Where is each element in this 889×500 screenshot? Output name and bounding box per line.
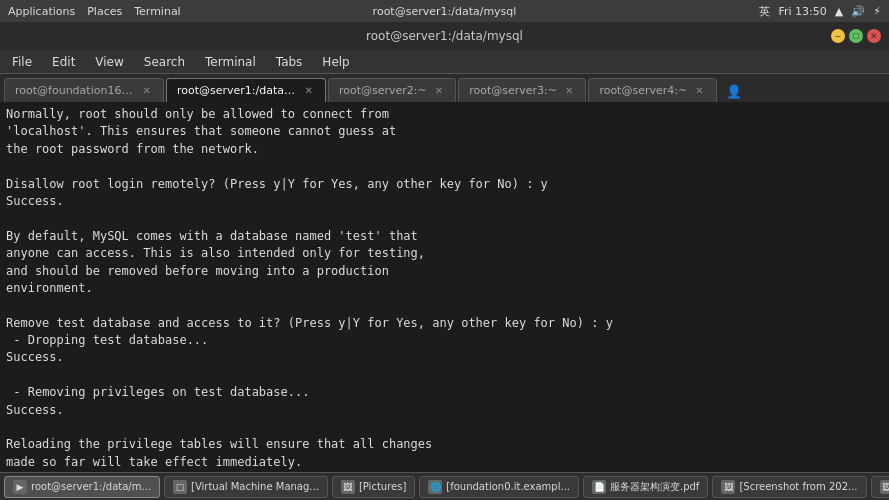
taskbar-item-7[interactable]: 🖼 [Scree... — [871, 476, 889, 498]
taskbar-icon-3: 🖼 — [341, 480, 355, 494]
taskbar-item-1[interactable]: ▶ root@server1:/data/m... — [4, 476, 160, 498]
system-bar-title: root@server1:/data/mysql — [373, 5, 517, 18]
tab-2[interactable]: root@server1:/data/mysql ✕ — [166, 78, 326, 102]
menu-view[interactable]: View — [87, 53, 131, 71]
taskbar-item-5[interactable]: 📄 服务器架构演变.pdf — [583, 476, 708, 498]
taskbar-icon-1: ▶ — [13, 480, 27, 494]
taskbar-item-4[interactable]: 🌐 [foundation0.it.exampl... — [419, 476, 579, 498]
taskbar-label-2: [Virtual Machine Manag... — [191, 481, 319, 492]
taskbar-label-3: [Pictures] — [359, 481, 406, 492]
tab-4-close[interactable]: ✕ — [563, 85, 575, 96]
person-icon: 👤 — [726, 84, 742, 99]
tab-4-label: root@server3:~ — [469, 84, 557, 97]
menu-bar: File Edit View Search Terminal Tabs Help — [0, 50, 889, 74]
tab-5-close[interactable]: ✕ — [693, 85, 705, 96]
taskbar-item-6[interactable]: 🖼 [Screenshot from 202... — [712, 476, 866, 498]
taskbar-icon-2: □ — [173, 480, 187, 494]
system-bar: Applications Places Terminal root@server… — [0, 0, 889, 22]
tab-3-label: root@server2:~ — [339, 84, 427, 97]
tab-1-label: root@foundation16:/var/w... — [15, 84, 135, 97]
tab-4[interactable]: root@server3:~ ✕ — [458, 78, 586, 102]
tab-1-close[interactable]: ✕ — [141, 85, 153, 96]
taskbar-label-1: root@server1:/data/m... — [31, 481, 151, 492]
taskbar-icon-5: 📄 — [592, 480, 606, 494]
tab-3-close[interactable]: ✕ — [433, 85, 445, 96]
minimize-button[interactable]: – — [831, 29, 845, 43]
menu-tabs[interactable]: Tabs — [268, 53, 311, 71]
taskbar-label-6: [Screenshot from 202... — [739, 481, 857, 492]
menu-search[interactable]: Search — [136, 53, 193, 71]
tabs-bar: root@foundation16:/var/w... ✕ root@serve… — [0, 74, 889, 102]
close-button[interactable]: ✕ — [867, 29, 881, 43]
clock: Fri 13:50 — [778, 5, 826, 18]
taskbar-label-4: [foundation0.it.exampl... — [446, 481, 570, 492]
app-menu-terminal[interactable]: Terminal — [134, 5, 181, 18]
app-menu-applications[interactable]: Applications — [8, 5, 75, 18]
taskbar-icon-4: 🌐 — [428, 480, 442, 494]
tab-5[interactable]: root@server4:~ ✕ — [588, 78, 716, 102]
taskbar-icon-7: 🖼 — [880, 480, 889, 494]
tab-2-close[interactable]: ✕ — [303, 85, 315, 96]
taskbar-item-2[interactable]: □ [Virtual Machine Manag... — [164, 476, 328, 498]
taskbar-icon-6: 🖼 — [721, 480, 735, 494]
window-controls: – □ ✕ — [831, 29, 881, 43]
menu-edit[interactable]: Edit — [44, 53, 83, 71]
system-bar-left: Applications Places Terminal — [8, 5, 181, 18]
tab-1[interactable]: root@foundation16:/var/w... ✕ — [4, 78, 164, 102]
menu-help[interactable]: Help — [314, 53, 357, 71]
terminal-output[interactable]: Normally, root should only be allowed to… — [0, 102, 889, 472]
menu-terminal[interactable]: Terminal — [197, 53, 264, 71]
tab-5-label: root@server4:~ — [599, 84, 687, 97]
taskbar: ▶ root@server1:/data/m... □ [Virtual Mac… — [0, 472, 889, 500]
system-bar-right: 英 Fri 13:50 ▲ 🔊 ⚡ — [759, 4, 881, 19]
taskbar-label-5: 服务器架构演变.pdf — [610, 480, 699, 494]
tab-2-label: root@server1:/data/mysql — [177, 84, 297, 97]
maximize-button[interactable]: □ — [849, 29, 863, 43]
window-title: root@server1:/data/mysql — [366, 29, 523, 43]
tab-3[interactable]: root@server2:~ ✕ — [328, 78, 456, 102]
wifi-icon: ▲ — [835, 5, 843, 18]
app-menu-places[interactable]: Places — [87, 5, 122, 18]
new-tab-button[interactable]: 👤 — [723, 80, 745, 102]
taskbar-item-3[interactable]: 🖼 [Pictures] — [332, 476, 415, 498]
language-indicator: 英 — [759, 4, 770, 19]
volume-icon: 🔊 — [851, 5, 865, 18]
window-title-bar: root@server1:/data/mysql – □ ✕ — [0, 22, 889, 50]
menu-file[interactable]: File — [4, 53, 40, 71]
power-icon: ⚡ — [873, 5, 881, 18]
